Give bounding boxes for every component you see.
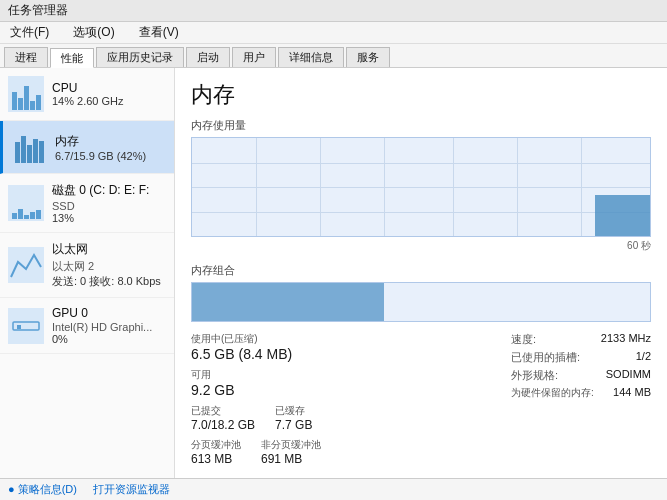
comp-label: 内存组合 [191, 263, 651, 278]
slots-value: 1/2 [636, 350, 651, 365]
network-value: 发送: 0 接收: 8.0 Kbps [52, 274, 166, 289]
formfactor-label: 外形规格: [511, 368, 558, 383]
network-icon [8, 247, 44, 283]
tab-process[interactable]: 进程 [4, 47, 48, 67]
speed-value: 2133 MHz [601, 332, 651, 347]
stat-cached: 已缓存 7.7 GB [275, 404, 312, 432]
memory-title: 内存 [55, 133, 166, 150]
graph-grid [192, 138, 650, 236]
sidebar-item-gpu[interactable]: GPU 0 Intel(R) HD Graphi... 0% [0, 298, 174, 354]
speed-label: 速度: [511, 332, 536, 347]
disk-icon [8, 185, 44, 221]
gpu-title: GPU 0 [52, 306, 166, 320]
nonpaged-value: 691 MB [261, 452, 321, 466]
reserved-value: 144 MB [613, 386, 651, 400]
stat-nonpaged: 非分页缓冲池 691 MB [261, 438, 321, 466]
tab-bar: 进程 性能 应用历史记录 启动 用户 详细信息 服务 [0, 44, 667, 68]
tab-history[interactable]: 应用历史记录 [96, 47, 184, 67]
tab-details[interactable]: 详细信息 [278, 47, 344, 67]
stat-formfactor-row: 外形规格: SODIMM [511, 368, 651, 383]
cpu-info: CPU 14% 2.60 GHz [52, 81, 166, 107]
menu-bar: 文件(F) 选项(O) 查看(V) [0, 22, 667, 44]
stat-paged: 分页缓冲池 613 MB [191, 438, 241, 466]
memory-comp-graph [191, 282, 651, 322]
cached-value: 7.7 GB [275, 418, 312, 432]
stats-left: 使用中(已压缩) 6.5 GB (8.4 MB) 可用 9.2 GB 已提交 7… [191, 332, 491, 466]
committed-value: 7.0/18.2 GB [191, 418, 255, 432]
disk-info: 磁盘 0 (C: D: E: F: SSD 13% [52, 182, 166, 224]
stat-speed-row: 速度: 2133 MHz [511, 332, 651, 347]
network-title: 以太网 [52, 241, 166, 258]
formfactor-value: SODIMM [606, 368, 651, 383]
stat-slots-row: 已使用的插槽: 1/2 [511, 350, 651, 365]
memory-info: 内存 6.7/15.9 GB (42%) [55, 133, 166, 162]
menu-file[interactable]: 文件(F) [4, 22, 55, 43]
memory-comp-section: 内存组合 [191, 263, 651, 322]
gpu-info: GPU 0 Intel(R) HD Graphi... 0% [52, 306, 166, 345]
tab-startup[interactable]: 启动 [186, 47, 230, 67]
sidebar-item-memory[interactable]: 内存 6.7/15.9 GB (42%) [0, 121, 174, 174]
memory-value: 6.7/15.9 GB (42%) [55, 150, 166, 162]
sidebar-item-cpu[interactable]: CPU 14% 2.60 GHz [0, 68, 174, 121]
memory-usage-section: 内存使用量 60 秒 [191, 118, 651, 253]
content-area: 内存 内存使用量 60 秒 [175, 68, 667, 478]
resource-monitor-link[interactable]: 打开资源监视器 [93, 482, 170, 497]
content-title: 内存 [191, 80, 651, 110]
sidebar: CPU 14% 2.60 GHz 内存 6.7/15.9 GB (42%) [0, 68, 175, 478]
memory-usage-bar [595, 195, 650, 236]
cpu-title: CPU [52, 81, 166, 95]
inuse-label: 使用中(已压缩) [191, 332, 491, 346]
disk-value: 13% [52, 212, 166, 224]
stats-container: 使用中(已压缩) 6.5 GB (8.4 MB) 可用 9.2 GB 已提交 7… [191, 332, 651, 466]
available-label: 可用 [191, 368, 491, 382]
disk-title: 磁盘 0 (C: D: E: F: [52, 182, 166, 199]
svg-rect-0 [13, 322, 39, 330]
gpu-value: 0% [52, 333, 166, 345]
reserved-label: 为硬件保留的内存: [511, 386, 594, 400]
policy-info-link[interactable]: ● 策略信息(D) [8, 482, 77, 497]
gpu-icon [8, 308, 44, 344]
title-bar-text: 任务管理器 [8, 2, 68, 19]
memory-icon [11, 129, 47, 165]
committed-label: 已提交 [191, 404, 255, 418]
sidebar-item-disk[interactable]: 磁盘 0 (C: D: E: F: SSD 13% [0, 174, 174, 233]
stat-pools: 分页缓冲池 613 MB 非分页缓冲池 691 MB [191, 438, 491, 466]
available-value: 9.2 GB [191, 382, 491, 398]
network-subtitle: 以太网 2 [52, 259, 166, 274]
stat-inuse: 使用中(已压缩) 6.5 GB (8.4 MB) [191, 332, 491, 362]
cpu-icon [8, 76, 44, 112]
memory-usage-graph [191, 137, 651, 237]
tab-services[interactable]: 服务 [346, 47, 390, 67]
cached-label: 已缓存 [275, 404, 312, 418]
slots-label: 已使用的插槽: [511, 350, 580, 365]
title-bar: 任务管理器 [0, 0, 667, 22]
menu-options[interactable]: 选项(O) [67, 22, 120, 43]
menu-view[interactable]: 查看(V) [133, 22, 185, 43]
tab-users[interactable]: 用户 [232, 47, 276, 67]
status-bar: ● 策略信息(D) 打开资源监视器 [0, 478, 667, 500]
stat-committed: 已提交 7.0/18.2 GB [191, 404, 255, 432]
sidebar-item-network[interactable]: 以太网 以太网 2 发送: 0 接收: 8.0 Kbps [0, 233, 174, 298]
gpu-subtitle: Intel(R) HD Graphi... [52, 321, 166, 333]
disk-subtitle: SSD [52, 200, 166, 212]
main-area: CPU 14% 2.60 GHz 内存 6.7/15.9 GB (42%) [0, 68, 667, 478]
graph-label: 内存使用量 [191, 118, 651, 133]
stats-right: 速度: 2133 MHz 已使用的插槽: 1/2 外形规格: SODIMM 为硬… [511, 332, 651, 466]
network-info: 以太网 以太网 2 发送: 0 接收: 8.0 Kbps [52, 241, 166, 289]
cpu-value: 14% 2.60 GHz [52, 95, 166, 107]
paged-value: 613 MB [191, 452, 241, 466]
stat-committed-cached: 已提交 7.0/18.2 GB 已缓存 7.7 GB [191, 404, 491, 432]
svg-rect-1 [17, 325, 21, 329]
paged-label: 分页缓冲池 [191, 438, 241, 452]
inuse-value: 6.5 GB (8.4 MB) [191, 346, 491, 362]
stat-reserved-row: 为硬件保留的内存: 144 MB [511, 386, 651, 400]
graph-time-label: 60 秒 [191, 239, 651, 253]
stat-available: 可用 9.2 GB [191, 368, 491, 398]
nonpaged-label: 非分页缓冲池 [261, 438, 321, 452]
tab-performance[interactable]: 性能 [50, 48, 94, 68]
